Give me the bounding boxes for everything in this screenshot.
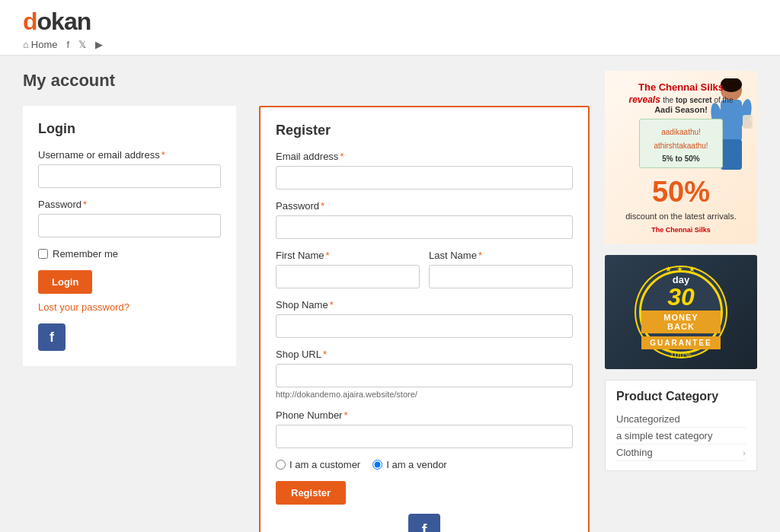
shop-name-group: Shop Name* <box>276 299 573 338</box>
banner-discount-pct: 5% to 50% <box>644 155 718 163</box>
guarantee-ribbon: MONEY BACK <box>641 311 721 333</box>
page-container: My account Login Username or email addre… <box>0 56 780 532</box>
youtube-nav-link[interactable]: ▶ <box>95 39 103 50</box>
home-icon: ⌂ <box>23 39 29 50</box>
banner-big-50: 50% <box>615 177 746 206</box>
customer-radio-label: I am a customer <box>289 459 360 470</box>
stars-row: ★ ★ ★ <box>665 265 698 273</box>
chennai-banner[interactable]: The Chennai Silks reveals the top secret… <box>605 71 757 244</box>
account-columns: Login Username or email address* Passwor… <box>23 106 590 532</box>
category-link-uncategorized[interactable]: Uncategorized <box>616 413 680 425</box>
login-section: Login Username or email address* Passwor… <box>23 106 236 366</box>
login-title: Login <box>38 121 221 137</box>
email-required: * <box>340 151 344 162</box>
shop-name-required: * <box>330 299 334 311</box>
username-group: Username or email address* <box>38 149 221 188</box>
vendor-radio-option[interactable]: I am a vendor <box>372 459 447 470</box>
last-name-group: Last Name* <box>429 250 573 288</box>
youtube-nav-icon: ▶ <box>95 39 103 50</box>
username-input[interactable] <box>38 164 221 188</box>
logo-d-letter: d <box>23 8 37 35</box>
shop-name-input[interactable] <box>276 314 573 338</box>
guarantee-banner[interactable]: ★ ★ ★ day 30 MONEY BACK GUARANTEE ·100%· <box>605 255 757 369</box>
category-link-clothing[interactable]: Clothing <box>616 447 653 458</box>
remember-checkbox[interactable] <box>38 249 48 259</box>
register-button[interactable]: Register <box>276 481 346 505</box>
email-group: Email address* <box>276 151 573 190</box>
chennai-banner-inner: The Chennai Silks reveals the top secret… <box>605 71 757 244</box>
main-content: My account Login Username or email addre… <box>23 71 590 532</box>
customer-radio[interactable] <box>276 460 286 470</box>
guarantee-label: GUARANTEE <box>641 336 721 349</box>
site-header: dokan ⌂ Home f 𝕏 ▶ <box>0 0 780 56</box>
password-group: Password* <box>38 199 221 237</box>
first-name-required: * <box>326 250 330 261</box>
twitter-nav-link[interactable]: 𝕏 <box>78 39 86 50</box>
login-button[interactable]: Login <box>38 270 92 294</box>
radio-row: I am a customer I am a vendor <box>276 459 573 470</box>
guarantee-percent: ·100%· <box>667 351 695 359</box>
email-input[interactable] <box>276 166 573 190</box>
facebook-nav-icon: f <box>67 39 70 50</box>
shop-url-hint: http://dokandemo.ajaira.website/store/ <box>276 390 573 399</box>
banner-discount-desc: discount on the latest arrivals. <box>615 211 746 221</box>
password-input[interactable] <box>38 214 221 237</box>
reg-password-required: * <box>321 200 324 212</box>
product-category-title: Product Category <box>616 390 746 403</box>
category-link-simple-test[interactable]: a simple test category <box>616 430 712 441</box>
reg-password-label: Password* <box>276 200 573 212</box>
shop-url-group: Shop URL* http://dokandemo.ajaira.websit… <box>276 349 573 399</box>
password-label: Password* <box>38 199 221 210</box>
vendor-radio[interactable] <box>372 460 382 470</box>
last-name-input[interactable] <box>429 265 573 288</box>
reg-password-input[interactable] <box>276 215 573 239</box>
logo-rest: okan <box>37 8 91 35</box>
guarantee-number: 30 <box>667 285 695 309</box>
shop-url-label: Shop URL* <box>276 349 573 360</box>
home-label: Home <box>31 39 58 50</box>
register-section: Register Email address* Password* <box>259 106 590 532</box>
remember-label: Remember me <box>53 248 118 260</box>
banner-bottom-logo: The Chennai Silks <box>615 226 746 234</box>
category-clothing-arrow: › <box>743 448 746 457</box>
banner-season-text: Aadi Season! <box>615 105 746 114</box>
category-item-simple-test[interactable]: a simple test category <box>616 428 746 444</box>
shop-url-required: * <box>323 349 327 360</box>
remember-row: Remember me <box>38 248 221 260</box>
sidebar: The Chennai Silks reveals the top secret… <box>605 71 757 532</box>
banner-title: The Chennai Silks <box>615 81 746 94</box>
facebook-login-button[interactable]: f <box>38 323 66 351</box>
register-title: Register <box>276 123 573 139</box>
phone-input[interactable] <box>276 425 573 448</box>
first-name-input[interactable] <box>276 265 420 288</box>
phone-label: Phone Number* <box>276 409 573 421</box>
customer-radio-option[interactable]: I am a customer <box>276 459 360 470</box>
first-name-group: First Name* <box>276 250 420 288</box>
site-nav: ⌂ Home f 𝕏 ▶ <box>23 39 757 50</box>
reg-password-group: Password* <box>276 200 573 239</box>
guarantee-badge: ★ ★ ★ day 30 MONEY BACK GUARANTEE ·100%· <box>639 270 723 354</box>
category-item-uncategorized[interactable]: Uncategorized <box>616 411 746 428</box>
page-title: My account <box>23 71 590 91</box>
username-required: * <box>161 149 165 161</box>
password-required: * <box>83 199 87 210</box>
home-link[interactable]: ⌂ Home <box>23 39 58 50</box>
phone-group: Phone Number* <box>276 409 573 448</box>
facebook-nav-link[interactable]: f <box>67 39 70 50</box>
username-label: Username or email address* <box>38 149 221 161</box>
phone-required: * <box>344 409 347 421</box>
banner-secret-text: the top secret of the <box>663 96 733 104</box>
banner-reveals: reveals the top secret of the <box>615 94 746 105</box>
facebook-register-button[interactable]: f <box>408 514 440 532</box>
name-row: First Name* Last Name* <box>276 250 573 299</box>
twitter-nav-icon: 𝕏 <box>78 39 86 50</box>
last-name-required: * <box>478 250 482 261</box>
category-item-clothing[interactable]: Clothing › <box>616 444 746 461</box>
first-name-label: First Name* <box>276 250 420 261</box>
shop-url-input[interactable] <box>276 364 573 387</box>
product-category-box: Product Category Uncategorized a simple … <box>605 380 757 471</box>
facebook-register-row: f <box>276 514 573 532</box>
lost-password-link[interactable]: Lost your password? <box>38 301 221 313</box>
shop-name-label: Shop Name* <box>276 299 573 311</box>
last-name-label: Last Name* <box>429 250 573 261</box>
